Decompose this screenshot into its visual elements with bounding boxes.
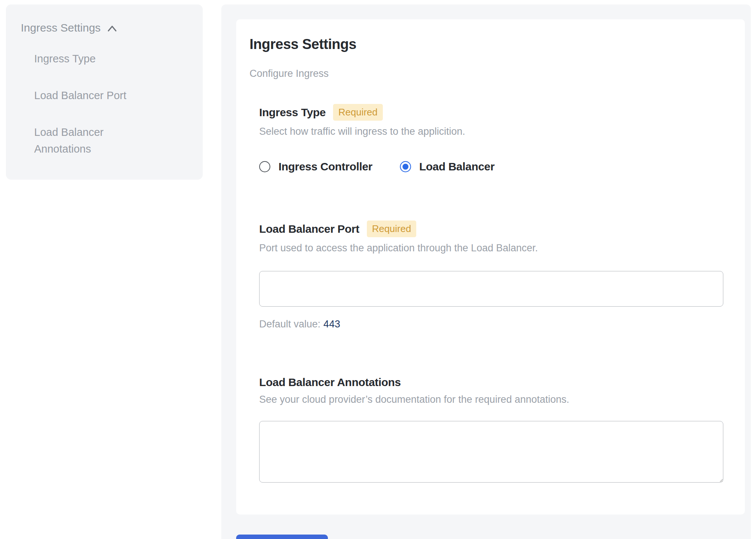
load-balancer-annotations-label: Load Balancer Annotations xyxy=(259,376,401,389)
required-badge: Required xyxy=(333,104,383,121)
ingress-controller-radio-label: Ingress Controller xyxy=(278,160,372,173)
save-config-button[interactable]: Save config xyxy=(236,535,328,539)
field-load-balancer-annotations: Load Balancer Annotations See your cloud… xyxy=(259,376,723,483)
load-balancer-port-description: Port used to access the application thro… xyxy=(259,242,723,254)
sidebar-item-ingress-type[interactable]: Ingress Type xyxy=(34,50,157,67)
sidebar-group-ingress-settings[interactable]: Ingress Settings xyxy=(21,22,188,34)
load-balancer-port-input[interactable] xyxy=(259,271,723,307)
sidebar-items: Ingress Type Load Balancer Port Load Bal… xyxy=(34,50,188,157)
sidebar-item-load-balancer-port[interactable]: Load Balancer Port xyxy=(34,87,157,104)
chevron-up-icon xyxy=(107,23,118,33)
page-layout: Ingress Settings Ingress Type Load Balan… xyxy=(0,0,756,539)
sidebar-item-load-balancer-annotations[interactable]: Load Balancer Annotations xyxy=(34,124,157,157)
radio-option-load-balancer[interactable]: Load Balancer xyxy=(400,160,495,173)
required-badge: Required xyxy=(367,220,417,237)
radio-option-ingress-controller[interactable]: Ingress Controller xyxy=(259,160,372,173)
field-ingress-type: Ingress Type Required Select how traffic… xyxy=(259,104,723,173)
load-balancer-radio-label: Load Balancer xyxy=(419,160,495,173)
ingress-type-radio-group: Ingress Controller Load Balancer xyxy=(259,160,723,173)
load-balancer-annotations-description: See your cloud provider’s documentation … xyxy=(259,394,723,405)
default-value-number: 443 xyxy=(323,318,340,330)
load-balancer-port-default: Default value:443 xyxy=(259,318,723,330)
page-subtitle: Configure Ingress xyxy=(250,68,723,79)
field-load-balancer-port: Load Balancer Port Required Port used to… xyxy=(259,220,723,330)
page-title: Ingress Settings xyxy=(250,36,723,52)
ingress-settings-card: Ingress Settings Configure Ingress Ingre… xyxy=(236,19,745,514)
load-balancer-radio[interactable] xyxy=(400,161,411,172)
ingress-type-description: Select how traffic will ingress to the a… xyxy=(259,126,723,137)
ingress-type-label: Ingress Type xyxy=(259,106,326,119)
content-panel: Ingress Settings Configure Ingress Ingre… xyxy=(221,4,751,539)
load-balancer-port-label: Load Balancer Port xyxy=(259,223,359,235)
ingress-controller-radio[interactable] xyxy=(259,161,270,172)
form-fields: Ingress Type Required Select how traffic… xyxy=(259,104,723,483)
sidebar-group-label: Ingress Settings xyxy=(21,22,101,34)
load-balancer-annotations-textarea[interactable] xyxy=(259,421,723,483)
default-value-prefix: Default value: xyxy=(259,318,320,330)
settings-sidebar: Ingress Settings Ingress Type Load Balan… xyxy=(6,4,203,180)
